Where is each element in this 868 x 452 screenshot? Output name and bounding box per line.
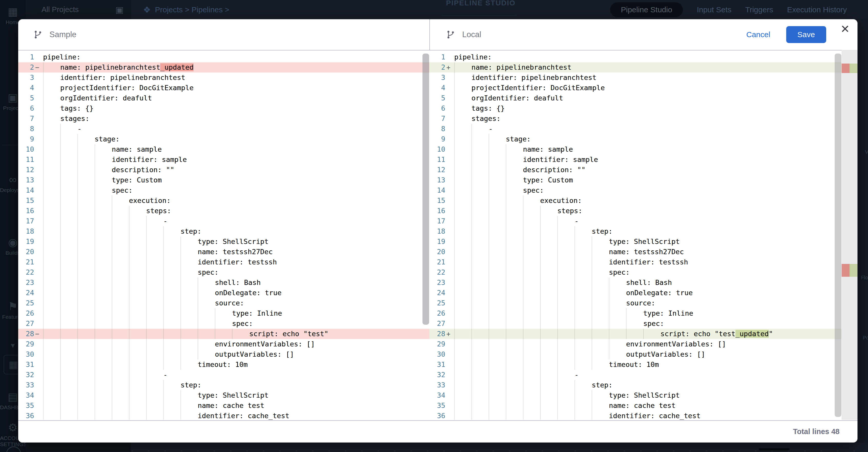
- line-number: 1: [18, 52, 34, 62]
- indent-guide: [557, 278, 575, 288]
- indent-guide: [112, 308, 129, 319]
- code-line[interactable]: 6tags: {}: [429, 103, 858, 114]
- code-line[interactable]: 15execution:: [18, 195, 429, 206]
- code-line[interactable]: 4projectIdentifier: DocGitExample: [18, 83, 429, 93]
- close-icon[interactable]: ×: [839, 21, 851, 36]
- code-line[interactable]: 15execution:: [429, 195, 858, 206]
- code-line[interactable]: 25source:: [429, 298, 858, 308]
- code-line[interactable]: 2+name: pipelinebranchtest: [429, 62, 858, 72]
- code-line[interactable]: 30outputVariables: []: [18, 349, 429, 359]
- code-line[interactable]: 7stages:: [18, 114, 429, 124]
- code-text: script: echo "test": [43, 329, 429, 339]
- left-scrollbar-thumb[interactable]: [423, 54, 429, 325]
- code-line[interactable]: 34type: ShellScript: [18, 390, 429, 400]
- code-line[interactable]: 33step:: [429, 380, 858, 390]
- code-line[interactable]: 5orgIdentifier: deafult: [18, 93, 429, 103]
- code-line[interactable]: 21identifier: testssh: [18, 257, 429, 267]
- indent-guide: [489, 359, 506, 370]
- line-number: 36: [18, 411, 34, 420]
- code-line[interactable]: 27spec:: [429, 319, 858, 329]
- code-line[interactable]: 11identifier: sample: [18, 155, 429, 165]
- code-line[interactable]: 31timeout: 10m: [429, 359, 858, 370]
- code-line[interactable]: 10name: sample: [18, 144, 429, 155]
- code-line[interactable]: 23shell: Bash: [429, 278, 858, 288]
- cancel-button[interactable]: Cancel: [745, 30, 772, 39]
- code-line[interactable]: 29environmentVariables: []: [429, 339, 858, 349]
- code-line[interactable]: 18step:: [18, 226, 429, 236]
- code-line[interactable]: 29environmentVariables: []: [18, 339, 429, 349]
- code-line[interactable]: 14spec:: [429, 185, 858, 195]
- code-line[interactable]: 2−name: pipelinebranchtest_updated: [18, 62, 429, 72]
- code-line[interactable]: 28+script: echo "test_updated": [429, 329, 858, 339]
- line-number: 2: [18, 62, 34, 72]
- code-line[interactable]: 35name: cache test: [429, 400, 858, 411]
- indent-guide: [43, 93, 60, 103]
- code-line[interactable]: 12description: "": [429, 165, 858, 175]
- diff-panel-right[interactable]: 1pipeline:2+name: pipelinebranchtest3ide…: [429, 50, 858, 420]
- code-line[interactable]: 18step:: [429, 226, 858, 236]
- indent-guide: [540, 359, 557, 370]
- code-segment: source:: [626, 299, 655, 307]
- code-line[interactable]: 1pipeline:: [18, 52, 429, 62]
- code-line[interactable]: 20name: testssh27Dec: [429, 247, 858, 257]
- code-line[interactable]: 26type: Inline: [429, 308, 858, 319]
- code-line[interactable]: 22spec:: [18, 267, 429, 278]
- code-line[interactable]: 21identifier: testssh: [429, 257, 858, 267]
- code-line[interactable]: 13type: Custom: [429, 175, 858, 185]
- code-line[interactable]: 36identifier: cache_test: [18, 411, 429, 420]
- code-line[interactable]: 30outputVariables: []: [429, 349, 858, 359]
- code-line[interactable]: 10name: sample: [429, 144, 858, 155]
- code-line[interactable]: 28−script: echo "test": [18, 329, 429, 339]
- code-line[interactable]: 22spec:: [429, 267, 858, 278]
- code-line[interactable]: 13type: Custom: [18, 175, 429, 185]
- code-line[interactable]: 17-: [429, 216, 858, 226]
- code-line[interactable]: 3identifier: pipelinebranchtest: [18, 72, 429, 83]
- code-line[interactable]: 8-: [429, 124, 858, 134]
- code-line[interactable]: 7stages:: [429, 114, 858, 124]
- indent-guide: [454, 308, 471, 319]
- code-line[interactable]: 9stage:: [18, 134, 429, 144]
- code-line[interactable]: 25source:: [18, 298, 429, 308]
- code-line[interactable]: 34type: ShellScript: [429, 390, 858, 400]
- diff-panel-left[interactable]: 1pipeline:2−name: pipelinebranchtest_upd…: [18, 50, 429, 420]
- code-line[interactable]: 24onDelegate: true: [429, 288, 858, 298]
- code-line[interactable]: 9stage:: [429, 134, 858, 144]
- code-line[interactable]: 16steps:: [429, 206, 858, 216]
- code-line[interactable]: 32-: [18, 370, 429, 380]
- save-button[interactable]: Save: [786, 26, 826, 43]
- line-number: 25: [18, 298, 34, 308]
- code-line[interactable]: 24onDelegate: true: [18, 288, 429, 298]
- code-line[interactable]: 26type: Inline: [18, 308, 429, 319]
- code-line[interactable]: 35name: cache test: [18, 400, 429, 411]
- code-line[interactable]: 3identifier: pipelinebranchtest: [429, 72, 858, 83]
- code-line[interactable]: 6tags: {}: [18, 103, 429, 114]
- code-line[interactable]: 17-: [18, 216, 429, 226]
- indent-guide: [506, 329, 523, 339]
- indent-guide: [112, 370, 129, 380]
- indent-guide: [540, 349, 557, 359]
- indent-guide: [95, 185, 112, 195]
- code-line[interactable]: 1pipeline:: [429, 52, 858, 62]
- code-line[interactable]: 19type: ShellScript: [429, 236, 858, 247]
- code-line[interactable]: 27spec:: [18, 319, 429, 329]
- code-line[interactable]: 33step:: [18, 380, 429, 390]
- code-line[interactable]: 16steps:: [18, 206, 429, 216]
- code-line[interactable]: 23shell: Bash: [18, 278, 429, 288]
- indent-guide: [95, 298, 112, 308]
- code-line[interactable]: 11identifier: sample: [429, 155, 858, 165]
- code-line[interactable]: 19type: ShellScript: [18, 236, 429, 247]
- code-line[interactable]: 5orgIdentifier: deafult: [429, 93, 858, 103]
- code-line[interactable]: 36identifier: cache_test: [429, 411, 858, 420]
- code-line[interactable]: 12description: "": [18, 165, 429, 175]
- code-line[interactable]: 14spec:: [18, 185, 429, 195]
- code-line[interactable]: 4projectIdentifier: DocGitExample: [429, 83, 858, 93]
- code-line[interactable]: 8-: [18, 124, 429, 134]
- indent-guide: [523, 308, 540, 319]
- code-line[interactable]: 20name: testssh27Dec: [18, 247, 429, 257]
- right-scrollbar-thumb[interactable]: [835, 54, 841, 417]
- indent-guide: [540, 411, 557, 420]
- indent-guide: [540, 319, 557, 329]
- code-line[interactable]: 32-: [429, 370, 858, 380]
- code-line[interactable]: 31timeout: 10m: [18, 359, 429, 370]
- overview-ruler[interactable]: [842, 50, 858, 420]
